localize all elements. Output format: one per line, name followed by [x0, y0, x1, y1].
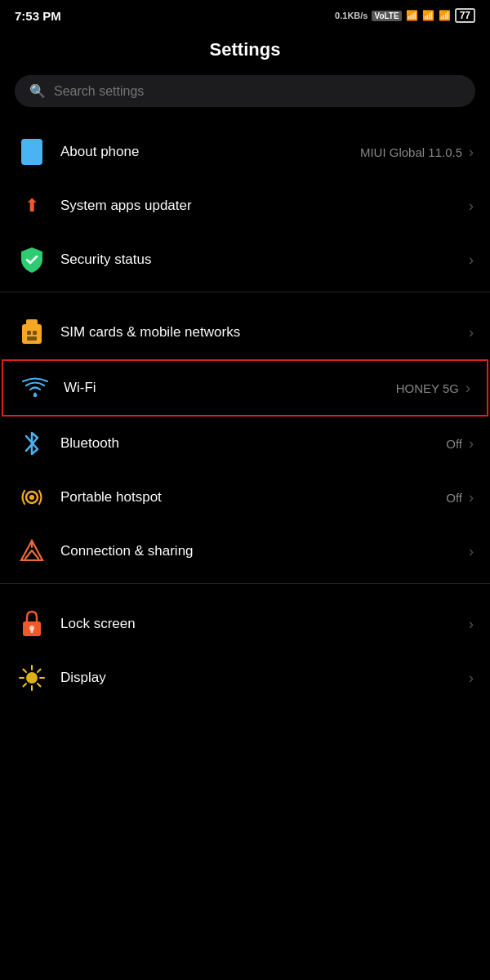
wifi-label: Wi-Fi — [64, 380, 396, 396]
about-phone-label: About phone — [60, 144, 360, 160]
volte-icon: VoLTE — [372, 11, 401, 21]
svg-line-18 — [38, 684, 41, 687]
wifi-icon — [20, 372, 51, 403]
signal-icon: 📶 — [406, 10, 418, 21]
svg-rect-3 — [33, 331, 37, 335]
speed-indicator: 0.1KB/s — [335, 11, 368, 20]
svg-point-5 — [33, 394, 37, 397]
security-status-label: Security status — [60, 252, 462, 268]
svg-point-7 — [29, 495, 34, 500]
settings-item-bluetooth[interactable]: Bluetooth Off › — [0, 416, 490, 470]
bluetooth-icon — [16, 428, 47, 459]
settings-item-connection[interactable]: Connection & sharing › — [0, 524, 490, 578]
divider-1 — [0, 292, 490, 292]
sim-label: SIM cards & mobile networks — [60, 324, 462, 341]
search-icon: 🔍 — [29, 83, 46, 99]
settings-item-lockscreen[interactable]: Lock screen › — [0, 597, 490, 651]
wifi-chevron: › — [466, 380, 470, 397]
about-phone-value: MIUI Global 11.0.5 — [360, 145, 462, 159]
display-icon — [16, 662, 47, 693]
search-bar[interactable]: 🔍 — [15, 75, 475, 107]
settings-item-sim[interactable]: SIM cards & mobile networks › — [0, 305, 490, 359]
system-apps-chevron: › — [469, 198, 474, 215]
settings-item-display[interactable]: Display › — [0, 651, 490, 705]
svg-line-19 — [38, 670, 41, 673]
status-bar: 7:53 PM 0.1KB/s VoLTE 📶 📶 📶 77 — [0, 0, 490, 28]
spacer-1 — [0, 297, 490, 305]
lock-screen-chevron: › — [469, 616, 474, 633]
battery-icon: 77 — [455, 8, 475, 23]
svg-rect-2 — [27, 331, 31, 335]
sim-chevron: › — [469, 324, 474, 341]
bluetooth-value: Off — [446, 437, 462, 451]
settings-item-about-phone[interactable]: About phone MIUI Global 11.0.5 › — [0, 125, 490, 179]
svg-rect-4 — [27, 336, 37, 341]
lock-screen-label: Lock screen — [60, 616, 462, 632]
status-icons: 0.1KB/s VoLTE 📶 📶 📶 77 — [335, 8, 475, 23]
security-chevron: › — [469, 252, 474, 269]
hotspot-label: Portable hotspot — [60, 489, 446, 506]
phone-icon — [16, 136, 47, 167]
settings-item-system-apps[interactable]: ⬆ System apps updater › — [0, 179, 490, 233]
about-phone-chevron: › — [469, 144, 474, 161]
connection-chevron: › — [469, 543, 474, 560]
connection-icon — [16, 536, 47, 567]
spacer-2 — [0, 589, 490, 597]
settings-list: About phone MIUI Global 11.0.5 › ⬆ Syste… — [0, 125, 490, 705]
svg-rect-1 — [26, 319, 38, 327]
search-input[interactable] — [54, 84, 461, 99]
sim-icon — [16, 317, 47, 348]
lock-icon — [16, 608, 47, 639]
arrow-up-icon: ⬆ — [16, 190, 47, 221]
svg-point-12 — [26, 672, 38, 684]
shield-icon — [16, 244, 47, 275]
connection-label: Connection & sharing — [60, 543, 462, 559]
svg-rect-11 — [31, 629, 33, 633]
status-time: 7:53 PM — [15, 9, 61, 23]
signal2-icon: 📶 — [422, 10, 434, 21]
svg-line-20 — [24, 684, 27, 687]
svg-line-17 — [24, 670, 27, 673]
hotspot-value: Off — [446, 491, 462, 505]
settings-item-wifi[interactable]: Wi-Fi HONEY 5G › — [2, 359, 488, 416]
divider-2 — [0, 583, 490, 584]
hotspot-chevron: › — [469, 489, 474, 506]
bluetooth-label: Bluetooth — [60, 435, 446, 452]
settings-item-security[interactable]: Security status › — [0, 233, 490, 287]
system-apps-label: System apps updater — [60, 198, 462, 214]
hotspot-icon — [16, 482, 47, 513]
display-chevron: › — [469, 670, 474, 687]
settings-item-hotspot[interactable]: Portable hotspot Off › — [0, 470, 490, 524]
wifi-value: HONEY 5G — [396, 381, 459, 395]
bluetooth-chevron: › — [469, 435, 474, 452]
display-label: Display — [60, 670, 462, 686]
wifi-status-icon: 📶 — [439, 10, 451, 21]
page-title: Settings — [0, 28, 490, 75]
